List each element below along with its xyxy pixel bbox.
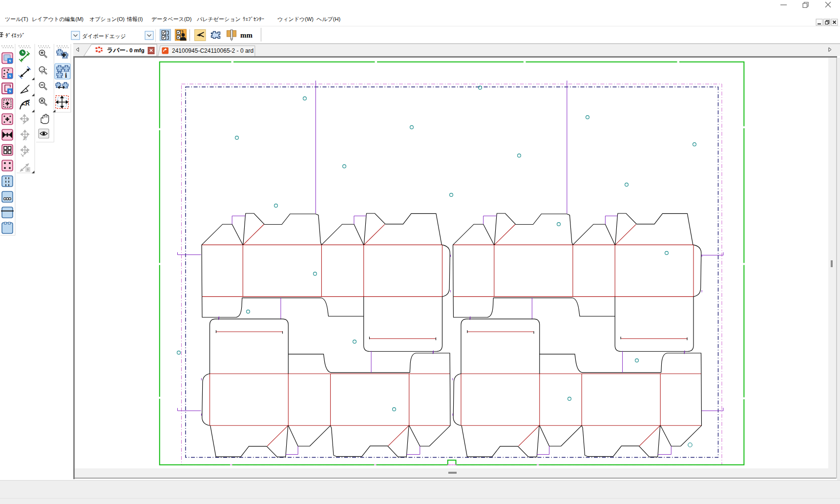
svg-text:i: i (65, 71, 67, 79)
svg-text:R: R (25, 100, 30, 107)
